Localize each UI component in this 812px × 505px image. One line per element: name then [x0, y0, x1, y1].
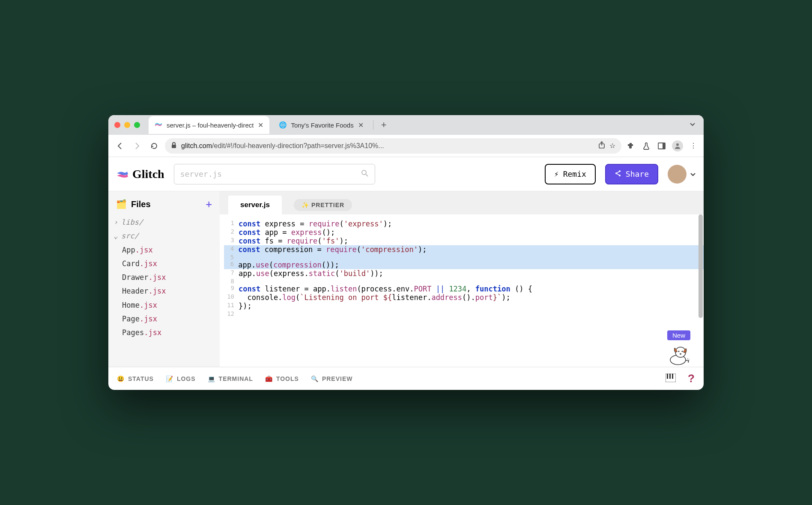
helper-glitch-dog[interactable]: New [666, 330, 692, 365]
file-item[interactable]: Home.jsx [113, 298, 220, 312]
code-editor[interactable]: 1const express = require('express');2con… [220, 214, 704, 367]
browser-chrome: server.js – foul-heavenly-direct ✕ 🌐 Ton… [108, 115, 704, 157]
piano-icon[interactable] [666, 374, 676, 383]
code-line: 9const listener = app.listen(process.env… [224, 285, 704, 293]
code-content: app.use(compression()); [238, 261, 704, 269]
file-tabs: server.js ✨ PRETTIER [220, 191, 704, 214]
minimize-window-button[interactable] [124, 122, 130, 128]
prettier-button[interactable]: ✨ PRETTIER [294, 199, 352, 211]
forward-button[interactable] [131, 140, 143, 152]
share-label: Share [626, 169, 649, 178]
lock-icon [171, 142, 177, 150]
url-bar: glitch.com/edit/#!/foul-heavenly-directi… [108, 135, 704, 157]
code-line: 8 [224, 278, 704, 285]
footer-label: TERMINAL [219, 375, 253, 382]
footer-status[interactable]: 😃STATUS [117, 375, 154, 382]
line-number: 8 [224, 278, 239, 285]
line-number: 1 [224, 220, 239, 228]
code-line: 6app.use(compression()); [224, 261, 704, 269]
svg-point-5 [362, 170, 366, 175]
url-text: glitch.com/edit/#!/foul-heavenly-directi… [181, 142, 594, 150]
search-placeholder: server.js [180, 169, 222, 178]
footer-icon: 😃 [117, 375, 125, 382]
line-number: 5 [224, 254, 238, 261]
file-tab-active[interactable]: server.js [228, 196, 282, 214]
file-sidebar: 🗂️ Files + libs/src/App.jsxCard.jsxDrawe… [108, 191, 220, 367]
user-menu[interactable] [668, 165, 696, 184]
svg-point-4 [676, 143, 679, 146]
extensions-icon[interactable] [626, 141, 636, 151]
help-button[interactable]: ? [688, 372, 695, 385]
svg-rect-0 [172, 145, 176, 148]
line-number: 10 [224, 293, 239, 302]
code-line: 1const express = require('express'); [224, 220, 704, 228]
browser-tab-active[interactable]: server.js – foul-heavenly-direct ✕ [149, 116, 269, 134]
app-header: Glitch server.js ⚡ Remix Share [108, 157, 704, 191]
tabs-menu-button[interactable] [681, 121, 704, 129]
svg-rect-15 [667, 374, 668, 379]
code-line: 7app.use(express.static('build')); [224, 269, 704, 278]
close-window-button[interactable] [114, 122, 120, 128]
footer-terminal[interactable]: 💻TERMINAL [208, 375, 253, 382]
tab-close-icon[interactable]: ✕ [358, 121, 364, 129]
svg-point-12 [682, 351, 683, 352]
line-number: 4 [224, 245, 238, 254]
files-header: 🗂️ Files + [108, 196, 220, 215]
back-button[interactable] [113, 140, 126, 152]
code-content: }); [239, 302, 252, 310]
add-file-button[interactable]: + [206, 198, 212, 210]
app-footer: 😃STATUS📝LOGS💻TERMINAL🧰TOOLS🔍PREVIEW? [108, 367, 704, 390]
footer-preview[interactable]: 🔍PREVIEW [311, 375, 353, 382]
svg-rect-16 [669, 374, 671, 379]
file-item[interactable]: Pages.jsx [113, 326, 220, 339]
main-area: 🗂️ Files + libs/src/App.jsxCard.jsxDrawe… [108, 191, 704, 367]
line-number: 6 [224, 261, 238, 269]
vertical-scrollbar[interactable] [699, 214, 703, 318]
line-number: 12 [224, 310, 239, 317]
tab-close-icon[interactable]: ✕ [258, 121, 263, 129]
file-item[interactable]: Card.jsx [113, 257, 220, 270]
labs-icon[interactable] [641, 141, 651, 151]
kebab-menu-icon[interactable]: ⋮ [688, 141, 699, 151]
file-item[interactable]: Drawer.jsx [113, 270, 220, 284]
footer-icon: 🧰 [265, 375, 273, 382]
browser-toolbar: ⋮ [626, 140, 699, 152]
code-line: 11}); [224, 302, 704, 310]
helper-new-badge: New [667, 330, 690, 340]
file-item[interactable]: Page.jsx [113, 312, 220, 326]
share-page-icon[interactable] [598, 141, 605, 151]
chevron-down-icon [690, 171, 696, 177]
code-content: app.use(express.static('build')); [239, 269, 383, 278]
bookmark-star-icon[interactable]: ☆ [609, 142, 615, 150]
maximize-window-button[interactable] [134, 122, 140, 128]
reload-button[interactable] [148, 140, 161, 152]
panel-icon[interactable] [657, 141, 667, 151]
search-box[interactable]: server.js [174, 164, 375, 184]
code-content: const listener = app.listen(process.env.… [239, 285, 532, 293]
footer-icon: 🔍 [311, 375, 319, 382]
tab-separator [373, 120, 373, 130]
svg-point-13 [680, 354, 681, 355]
code-content: const app = express(); [239, 228, 335, 237]
share-button[interactable]: Share [605, 164, 658, 184]
svg-rect-3 [663, 143, 665, 149]
address-bar[interactable]: glitch.com/edit/#!/foul-heavenly-directi… [165, 138, 621, 154]
code-content: const compression = require('compression… [238, 245, 704, 254]
footer-logs[interactable]: 📝LOGS [166, 375, 196, 382]
code-line: 2const app = express(); [224, 228, 704, 237]
line-number: 2 [224, 228, 239, 237]
new-tab-button[interactable]: + [377, 119, 391, 131]
folder-item[interactable]: src/ [113, 229, 220, 243]
browser-tab[interactable]: 🌐 Tony's Favorite Foods ✕ [273, 116, 369, 134]
profile-icon[interactable] [672, 140, 683, 152]
editor-pane: server.js ✨ PRETTIER 1const express = re… [220, 191, 704, 367]
remix-button[interactable]: ⚡ Remix [545, 164, 596, 184]
file-item[interactable]: Header.jsx [113, 284, 220, 298]
glitch-logo[interactable]: Glitch [116, 167, 164, 181]
glitch-fish-icon [116, 169, 129, 179]
footer-tools[interactable]: 🧰TOOLS [265, 375, 299, 382]
folder-item[interactable]: libs/ [113, 215, 220, 229]
tab-bar: server.js – foul-heavenly-direct ✕ 🌐 Ton… [108, 115, 704, 135]
svg-point-11 [678, 351, 680, 352]
file-item[interactable]: App.jsx [113, 243, 220, 257]
